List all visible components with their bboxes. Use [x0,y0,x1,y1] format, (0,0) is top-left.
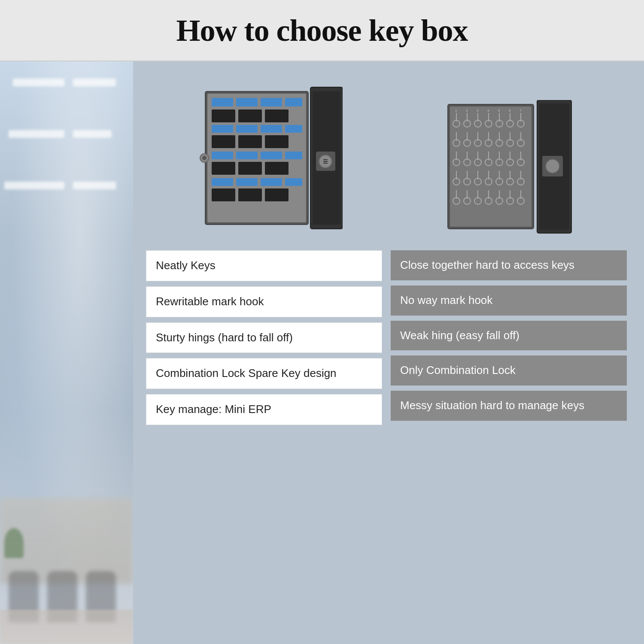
svg-rect-9 [212,125,233,133]
bad-features-column: Close together hard to access keys No wa… [391,250,627,631]
good-key-box [197,83,343,237]
good-feature-4: Combination Lock Spare Key design [146,358,382,389]
ceiling-light-2 [73,79,116,86]
svg-rect-17 [236,152,258,159]
svg-rect-2 [212,98,233,106]
bad-key-box-svg: 1 2 3 4 5 6 7 [444,100,577,237]
svg-rect-27 [212,188,235,201]
svg-rect-36 [323,159,328,160]
svg-text:3: 3 [477,109,479,112]
svg-rect-22 [265,162,289,175]
svg-rect-12 [285,125,302,133]
svg-rect-18 [261,152,282,159]
svg-point-31 [202,156,207,160]
svg-rect-10 [236,125,258,133]
svg-rect-28 [238,188,262,201]
svg-rect-25 [261,178,282,186]
svg-rect-16 [212,152,233,159]
bad-feature-5: Messy situation hard to manage keys [391,391,627,421]
good-features-column: Neatly Keys Rewritable mark hook Sturty … [146,250,382,631]
good-feature-3: Sturty hings (hard to fall off) [146,322,382,353]
svg-rect-3 [236,98,258,106]
svg-text:6: 6 [509,109,511,112]
office-photo [0,61,133,644]
plant [4,528,24,558]
svg-rect-8 [265,109,289,122]
svg-rect-20 [212,162,235,175]
good-feature-2: Rewritable mark hook [146,286,382,317]
floor [0,610,133,644]
svg-text:7: 7 [519,109,522,112]
svg-text:1: 1 [455,109,457,112]
svg-rect-24 [236,178,258,186]
ceiling-light-6 [73,182,116,189]
good-key-box-svg [197,83,343,237]
ceiling-light-5 [4,182,64,189]
svg-rect-29 [265,188,289,201]
svg-rect-4 [261,98,282,106]
svg-rect-15 [265,135,289,148]
bad-key-box: 1 2 3 4 5 6 7 [444,100,577,237]
svg-rect-6 [212,109,235,122]
ceiling-light-1 [13,79,64,86]
page-title: How to choose key box [9,13,635,49]
ceiling-light-4 [73,130,112,138]
svg-rect-37 [323,161,328,162]
svg-text:5: 5 [498,109,500,112]
svg-point-121 [546,159,559,173]
good-feature-1: Neatly Keys [146,250,382,281]
svg-rect-21 [238,162,262,175]
svg-rect-7 [238,109,262,122]
svg-rect-26 [285,178,302,186]
bad-feature-1: Close together hard to access keys [391,250,627,280]
ceiling-light-3 [9,130,64,138]
right-panel: 1 2 3 4 5 6 7 [133,61,644,644]
svg-rect-40 [450,106,532,227]
svg-text:2: 2 [466,109,468,112]
svg-text:4: 4 [487,109,489,112]
svg-rect-11 [261,125,282,133]
svg-rect-5 [285,98,302,106]
main-content: 1 2 3 4 5 6 7 [0,61,644,644]
good-feature-5: Key manage: Mini ERP [146,394,382,425]
page-wrapper: How to choose key box [0,0,644,644]
key-boxes-row: 1 2 3 4 5 6 7 [146,74,627,237]
svg-rect-23 [212,178,233,186]
svg-rect-19 [285,152,302,159]
comparison-table: Neatly Keys Rewritable mark hook Sturty … [146,250,627,631]
svg-rect-38 [323,163,328,164]
bad-feature-2: No way mark hook [391,286,627,316]
svg-rect-14 [238,135,262,148]
bad-feature-3: Weak hing (easy fall off) [391,321,627,351]
bad-feature-4: Only Combination Lock [391,355,627,386]
svg-rect-13 [212,135,235,148]
header: How to choose key box [0,0,644,61]
